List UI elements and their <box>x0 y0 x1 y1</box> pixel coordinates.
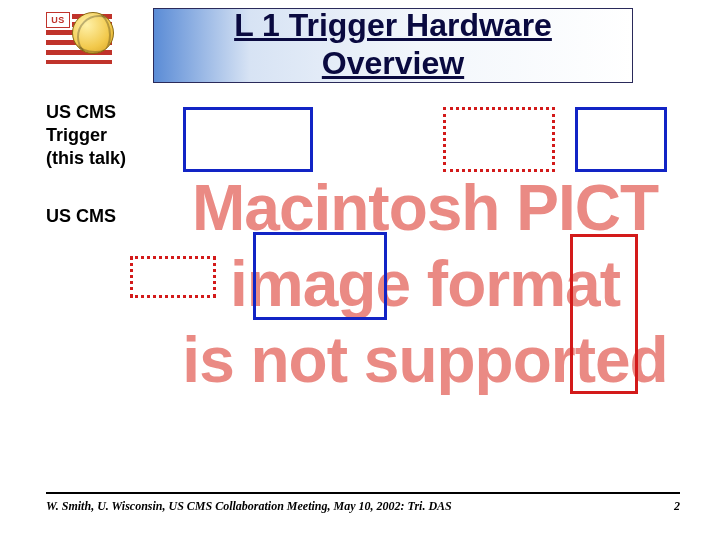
annotation-box-blue-2 <box>575 107 667 172</box>
footer-text: W. Smith, U. Wisconsin, US CMS Collabora… <box>46 498 452 514</box>
annotation-box-blue-3 <box>253 232 387 320</box>
legend-label-b: US CMS <box>46 205 116 228</box>
legend-a-line3: (this talk) <box>46 148 126 168</box>
legend-a-line1: US CMS <box>46 102 116 122</box>
stripe <box>46 60 112 64</box>
title-line-2: Overview <box>322 45 464 81</box>
globe-icon <box>72 12 114 54</box>
annotation-box-dotted-red-1 <box>443 107 555 172</box>
footer-divider <box>46 492 680 494</box>
annotation-box-red-tall <box>570 234 638 394</box>
legend-label-a: US CMS Trigger (this talk) <box>46 101 126 170</box>
annotation-box-dotted-red-2 <box>130 256 216 298</box>
page-number: 2 <box>674 498 680 514</box>
title-line-1: L 1 Trigger Hardware <box>234 7 552 43</box>
flag-canton-text: US <box>46 12 70 28</box>
legend-b-line1: US CMS <box>46 206 116 226</box>
legend-a-line2: Trigger <box>46 125 107 145</box>
slide: L 1 Trigger Hardware Overview US US CMS … <box>0 0 720 540</box>
annotation-box-blue-1 <box>183 107 313 172</box>
slide-title: L 1 Trigger Hardware Overview <box>153 6 633 82</box>
us-cms-logo: US <box>46 12 112 64</box>
